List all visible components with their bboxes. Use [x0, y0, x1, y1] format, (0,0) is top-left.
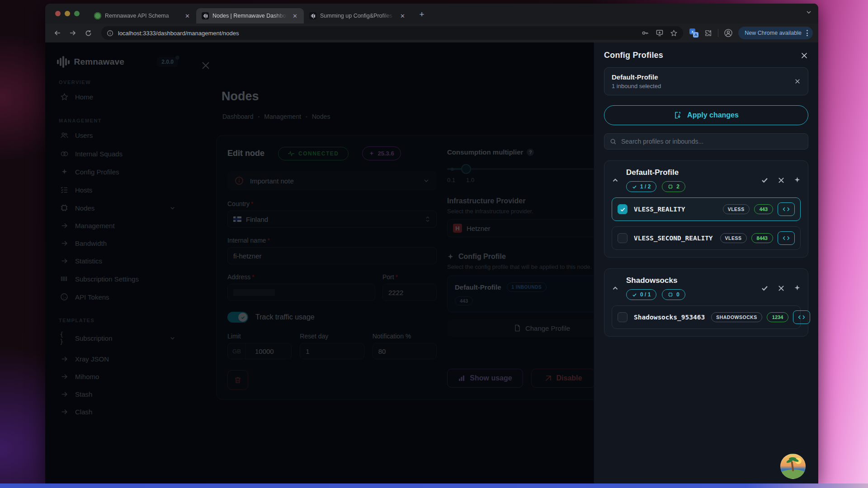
drawer-title: Config Profiles — [604, 51, 663, 60]
bookmark-star-icon[interactable] — [670, 29, 678, 37]
apply-changes-button[interactable]: Apply changes — [604, 105, 808, 125]
apply-icon — [674, 111, 682, 119]
support-avatar[interactable] — [780, 454, 806, 479]
view-config-code-button[interactable] — [778, 202, 795, 216]
tab-close-icon[interactable]: ✕ — [291, 12, 299, 20]
browser-tab-0[interactable]: Remnawave API Schema✕ — [89, 8, 196, 23]
inbound-count-badge: 2 — [662, 181, 685, 192]
group-select-all-icon[interactable] — [761, 284, 769, 292]
inbound-type-badge: VLESS — [723, 204, 750, 214]
inbound-type-badge: VLESS — [720, 233, 747, 243]
url-text[interactable]: localhost:3333/dashboard/management/node… — [118, 30, 637, 37]
collapse-group-icon[interactable] — [612, 177, 620, 184]
tab-search-chevron-icon[interactable] — [806, 9, 812, 15]
site-info-icon[interactable] — [107, 30, 113, 37]
profile-group-shadowsocks: Shadowsocks0 / 10Shadowsocks_953463SHADO… — [604, 268, 808, 337]
clear-selection-button[interactable] — [794, 78, 801, 84]
browser-tab-bar: Remnawave API Schema✕Nodes | Remnawave D… — [45, 4, 818, 23]
close-icon — [800, 52, 808, 60]
close-icon — [794, 78, 801, 84]
selected-count-badge: 1 / 2 — [626, 181, 656, 192]
remnawave-favicon — [309, 12, 316, 19]
swagger-favicon — [94, 12, 101, 19]
back-button[interactable] — [51, 26, 64, 40]
group-clear-icon[interactable] — [778, 177, 785, 184]
inbound-checkbox[interactable] — [618, 233, 627, 243]
group-clear-icon[interactable] — [778, 285, 785, 292]
remnawave-favicon — [202, 12, 209, 19]
inbound-count-badge: 0 — [662, 289, 685, 300]
minimize-window-button[interactable] — [65, 11, 70, 16]
search-input[interactable] — [621, 138, 802, 145]
password-key-icon[interactable] — [641, 29, 649, 37]
selected-count-badge: 0 / 1 — [626, 289, 656, 300]
browser-tab-1[interactable]: Nodes | Remnawave Dashboard✕ — [196, 8, 304, 23]
view-config-code-button[interactable] — [778, 231, 795, 245]
tab-title: Nodes | Remnawave Dashboard — [212, 13, 287, 19]
profile-icon[interactable] — [724, 28, 733, 38]
selected-profile-name: Default-Profile — [612, 73, 661, 81]
maximize-window-button[interactable] — [74, 11, 80, 16]
window-controls — [55, 11, 80, 16]
address-bar[interactable]: localhost:3333/dashboard/management/node… — [101, 26, 683, 40]
translate-icon[interactable]: x A — [689, 28, 698, 38]
inbound-name: VLESS_SECOND_REALITY — [634, 235, 713, 242]
inbound-port-badge: 1234 — [767, 312, 788, 322]
tab-close-icon[interactable]: ✕ — [183, 12, 192, 20]
save-to-device-icon[interactable] — [656, 29, 664, 37]
inbound-row-shadowsocks_953463[interactable]: Shadowsocks_953463SHADOWSOCKS1234 — [612, 305, 801, 329]
selected-profile-summary-card: Default-Profile 1 inbound selected — [604, 67, 808, 95]
view-config-code-button[interactable] — [793, 310, 810, 324]
forward-button[interactable] — [66, 26, 80, 40]
toolbar-divider — [718, 29, 718, 37]
new-chrome-label: New Chrome available — [745, 30, 802, 36]
group-select-all-icon[interactable] — [761, 176, 769, 184]
tab-title: Summing up Config&Profiles — [320, 13, 395, 19]
inbound-checkbox[interactable] — [618, 312, 627, 322]
new-chrome-available-button[interactable]: New Chrome available — [738, 27, 813, 39]
inbound-checkbox[interactable] — [618, 204, 627, 214]
inbound-type-badge: SHADOWSOCKS — [711, 312, 762, 322]
tab-close-icon[interactable]: ✕ — [398, 12, 407, 20]
search-box[interactable] — [604, 133, 808, 150]
group-target-icon[interactable] — [794, 177, 801, 183]
new-tab-button[interactable]: + — [416, 9, 428, 20]
reload-button[interactable] — [81, 26, 95, 40]
taskbar-strip — [0, 483, 868, 488]
group-name: Default-Profile — [626, 168, 755, 177]
inbound-row-vless_reality[interactable]: VLESS_REALITYVLESS443 — [612, 197, 801, 221]
extensions-puzzle-icon[interactable] — [704, 29, 712, 38]
group-target-icon[interactable] — [794, 285, 801, 291]
inbound-name: VLESS_REALITY — [634, 206, 685, 213]
tab-title: Remnawave API Schema — [105, 13, 179, 19]
inbound-name: Shadowsocks_953463 — [634, 314, 705, 321]
group-name: Shadowsocks — [626, 276, 755, 285]
config-profiles-drawer: Config Profiles Default-Profile 1 inboun… — [594, 42, 818, 483]
drawer-close-button[interactable] — [800, 52, 808, 60]
browser-window: Remnawave API Schema✕Nodes | Remnawave D… — [45, 4, 818, 483]
chrome-menu-icon[interactable] — [805, 30, 809, 36]
selected-profile-subtitle: 1 inbound selected — [612, 83, 661, 89]
desktop-background: Remnawave API Schema✕Nodes | Remnawave D… — [0, 0, 868, 488]
inbound-port-badge: 443 — [754, 204, 773, 214]
inbound-port-badge: 8443 — [751, 233, 773, 243]
search-icon — [610, 138, 617, 145]
close-window-button[interactable] — [55, 11, 61, 16]
browser-toolbar: localhost:3333/dashboard/management/node… — [45, 23, 818, 42]
inbound-row-vless_second_reality[interactable]: VLESS_SECOND_REALITYVLESS8443 — [612, 226, 801, 250]
collapse-group-icon[interactable] — [612, 285, 620, 292]
browser-tab-2[interactable]: Summing up Config&Profiles✕ — [304, 8, 411, 23]
profile-group-default-profile: Default-Profile1 / 22VLESS_REALITYVLESS4… — [604, 160, 808, 258]
